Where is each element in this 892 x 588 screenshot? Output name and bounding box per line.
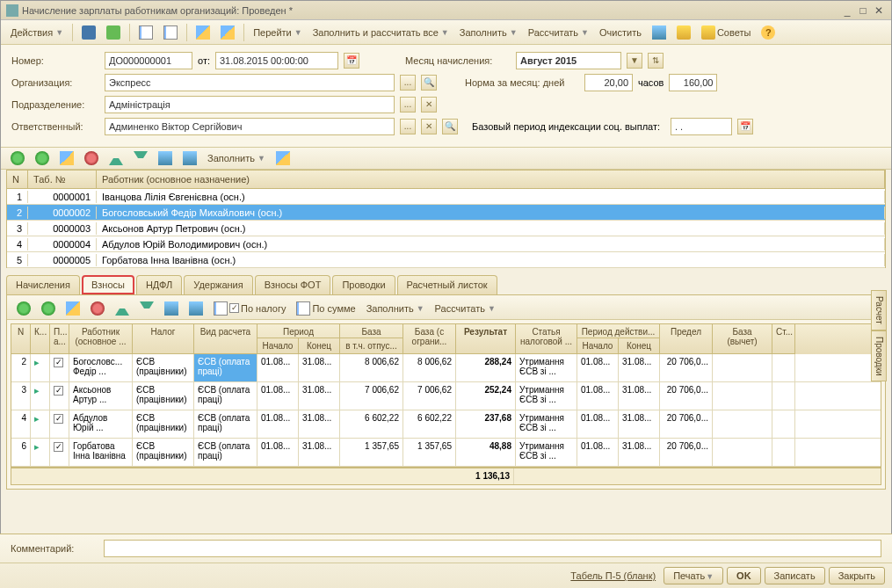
clear-button[interactable]: Очистить [595, 24, 646, 41]
detail-edit-button[interactable] [62, 298, 84, 319]
print-menu[interactable]: Печать▼ [664, 567, 723, 584]
org-select-button[interactable]: ... [400, 75, 416, 91]
detail-row[interactable]: 6 ▸ ✓ Горбатова Iнна Iванiвна ЄСВ (працi… [11, 439, 881, 467]
move-up-button[interactable] [105, 148, 127, 169]
number-label: Номер: [11, 55, 99, 66]
employee-fill-menu[interactable]: Заполнить▼ [203, 149, 270, 167]
fill-all-menu[interactable]: Заполнить и рассчитать все▼ [308, 24, 453, 41]
tab-payslip[interactable]: Расчетный листок [397, 275, 497, 294]
month-select[interactable]: Август 2015 [516, 52, 621, 69]
doc2-icon-button[interactable] [159, 22, 182, 43]
employee-grid: N Таб. № Работник (основное назначение) … [6, 170, 886, 268]
fill-menu[interactable]: Заполнить▼ [455, 24, 522, 41]
form-header: Номер: от: 📅 Месяц начисления: Август 20… [1, 45, 891, 147]
side-tab-postings[interactable]: Проводки [871, 330, 887, 382]
employee-row[interactable]: 30000003Аксьонов Артур Петрович (осн.) [7, 221, 885, 236]
detail-row[interactable]: 3 ▸ ✓ Аксьонов Артур ... ЄСВ (працiвники… [11, 382, 881, 410]
resp-select-button[interactable]: ... [400, 119, 416, 134]
add-row2-button[interactable] [31, 148, 54, 169]
detail-add2-button[interactable] [37, 298, 60, 319]
move-down-button[interactable] [129, 148, 152, 169]
by-sum-button[interactable]: По сумме [292, 298, 359, 319]
col-tab[interactable]: Таб. № [28, 171, 97, 188]
detail-calc-menu[interactable]: Рассчитать▼ [431, 300, 500, 317]
tips-button[interactable]: Советы [697, 22, 755, 43]
dept-select-button[interactable]: ... [400, 97, 416, 113]
org-label: Организация: [11, 77, 99, 88]
by-tax-button[interactable]: ✓По налогу [209, 298, 290, 319]
tab-panel: ✓По налогу По сумме Заполнить▼ Рассчитат… [6, 294, 886, 490]
comment-input[interactable] [104, 540, 881, 557]
sort-az-button[interactable] [154, 148, 177, 169]
ok-button[interactable]: OK [727, 567, 761, 584]
col-n[interactable]: N [7, 171, 28, 188]
detail-sort2-button[interactable] [185, 298, 207, 319]
refresh-icon-button[interactable] [102, 22, 125, 43]
employee-row[interactable]: 10000001Iванцова Лiлiя Євгенiєвна (осн.) [7, 189, 885, 205]
base-period-picker-button[interactable]: 📅 [737, 119, 753, 134]
actions-menu[interactable]: Действия▼ [6, 24, 68, 41]
goto-menu[interactable]: Перейти▼ [249, 24, 307, 41]
month-stepper-button[interactable]: ⇅ [648, 53, 664, 69]
norm-days-input[interactable] [584, 74, 633, 91]
month-label: Месяц начисления: [405, 55, 511, 66]
employee-row[interactable]: 50000005Горбатова Iнна Iванiвна (осн.) [7, 252, 885, 268]
org-lookup-button[interactable]: 🔍 [421, 75, 437, 91]
doc-icon-button[interactable] [134, 22, 157, 43]
chart-icon-button[interactable] [672, 22, 695, 43]
delete-row-button[interactable] [80, 148, 103, 169]
detail-up-button[interactable] [111, 298, 134, 319]
detail-down-button[interactable] [135, 298, 158, 319]
maximize-button[interactable]: □ [856, 4, 870, 17]
detail-row[interactable]: 4 ▸ ✓ Абдулов Юрiй ... ЄСВ (працiвники) … [11, 410, 881, 439]
resp-input[interactable] [105, 118, 395, 135]
resp-clear-button[interactable]: ✕ [421, 119, 437, 134]
date-input[interactable] [215, 52, 338, 69]
hours-label: часов [638, 77, 664, 88]
sort-za-button[interactable] [178, 148, 201, 169]
detail-grid: N К... П... а... Работник (основное ... … [11, 323, 881, 485]
detail-row[interactable]: 2 ▸ ✓ Богословс... Федiр ... ЄСВ (працiв… [11, 354, 881, 382]
dept-input[interactable] [105, 96, 395, 113]
add-row-button[interactable] [6, 148, 29, 169]
edit2-icon-button[interactable] [216, 22, 239, 43]
close-button[interactable]: ✕ [872, 4, 886, 17]
save-icon-button[interactable] [77, 22, 100, 43]
base-period-input[interactable] [671, 118, 732, 135]
tab-deductions[interactable]: Удержания [184, 275, 252, 294]
detail-fill-menu[interactable]: Заполнить▼ [362, 300, 429, 317]
total-row: 1 136,13 [11, 467, 881, 484]
minimize-button[interactable]: _ [840, 4, 854, 17]
tab-contrib-fot[interactable]: Взносы ФОТ [255, 275, 331, 294]
save-button[interactable]: Записать [765, 567, 825, 584]
employee-row[interactable]: 40000004Абдулов Юрiй Володимирович (осн.… [7, 236, 885, 252]
tab-ndfl[interactable]: НДФЛ [136, 275, 182, 294]
employee-toolbar: Заполнить▼ [1, 147, 891, 170]
org-input[interactable] [105, 74, 395, 91]
number-input[interactable] [105, 52, 192, 69]
calc-menu[interactable]: Рассчитать▼ [524, 24, 593, 41]
window-title: Начисление зарплаты работникам организац… [22, 5, 838, 16]
total-value: 1 136,13 [454, 468, 514, 484]
norm-hours-input[interactable] [669, 74, 717, 91]
edit-row-button[interactable] [55, 148, 78, 169]
month-dropdown-button[interactable]: ▼ [627, 53, 642, 69]
col-worker[interactable]: Работник (основное назначение) [97, 171, 885, 188]
side-tab-calc[interactable]: Расчет [871, 290, 887, 330]
detail-sort1-button[interactable] [160, 298, 183, 319]
sort-icon-button[interactable] [648, 22, 671, 43]
detail-add-button[interactable] [12, 298, 35, 319]
edit-icon-button[interactable] [192, 22, 214, 43]
tab-postings[interactable]: Проводки [332, 275, 395, 294]
date-picker-button[interactable]: 📅 [344, 53, 359, 69]
help-button[interactable]: ? [757, 22, 780, 43]
tab-contributions[interactable]: Взносы [82, 275, 134, 294]
dept-clear-button[interactable]: ✕ [421, 97, 437, 113]
detail-delete-button[interactable] [86, 298, 109, 319]
resp-lookup-button[interactable]: 🔍 [442, 119, 458, 134]
user-icon-button[interactable] [272, 148, 294, 169]
close-form-button[interactable]: Закрыть [829, 567, 885, 584]
tabel-link[interactable]: Табель П-5 (бланк) [566, 567, 660, 584]
employee-row[interactable]: 20000002Богословський Федiр Михайлович (… [7, 205, 885, 221]
tab-accruals[interactable]: Начисления [6, 275, 80, 294]
